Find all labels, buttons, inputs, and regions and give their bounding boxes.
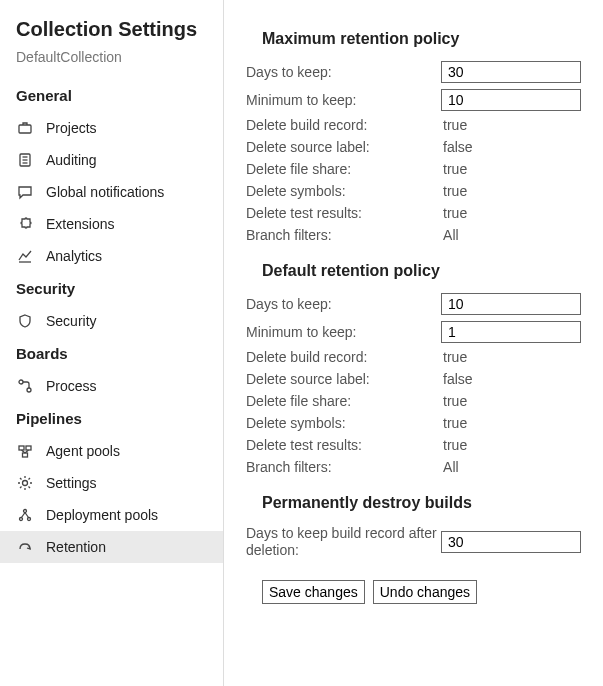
max-days-to-keep-input[interactable] <box>441 61 581 83</box>
sidebar-item-analytics[interactable]: Analytics <box>0 240 223 272</box>
form-label: Delete file share: <box>246 393 443 409</box>
form-label: Minimum to keep: <box>246 92 441 108</box>
group-header-pipelines: Pipelines <box>0 402 223 435</box>
list-icon <box>16 151 34 169</box>
section-title-default-retention: Default retention policy <box>246 246 581 290</box>
default-days-to-keep-input[interactable] <box>441 293 581 315</box>
max-delete-tests-row: Delete test results: true <box>246 202 581 224</box>
svg-point-16 <box>28 518 31 521</box>
retention-icon <box>16 538 34 556</box>
sidebar-item-label: Auditing <box>46 152 97 168</box>
sidebar-item-label: Extensions <box>46 216 114 232</box>
chart-icon <box>16 247 34 265</box>
form-label: Branch filters: <box>246 459 443 475</box>
form-value: true <box>443 183 581 199</box>
sidebar-item-label: Agent pools <box>46 443 120 459</box>
default-delete-tests-row: Delete test results: true <box>246 434 581 456</box>
sidebar-item-auditing[interactable]: Auditing <box>0 144 223 176</box>
form-label: Delete source label: <box>246 139 443 155</box>
form-value: false <box>443 371 581 387</box>
default-days-row: Days to keep: <box>246 290 581 318</box>
shield-icon <box>16 312 34 330</box>
form-label: Delete build record: <box>246 117 443 133</box>
group-header-boards: Boards <box>0 337 223 370</box>
form-label: Days to keep: <box>246 296 441 312</box>
max-delete-symbols-row: Delete symbols: true <box>246 180 581 202</box>
destroy-days-input[interactable] <box>441 531 581 553</box>
form-label: Days to keep build record after deletion… <box>246 525 441 559</box>
form-label: Delete source label: <box>246 371 443 387</box>
max-days-row: Days to keep: <box>246 58 581 86</box>
sidebar-item-label: Security <box>46 313 97 329</box>
sidebar-item-label: Retention <box>46 539 106 555</box>
destroy-days-row: Days to keep build record after deletion… <box>246 522 581 562</box>
max-branch-filters-row: Branch filters: All <box>246 224 581 246</box>
form-label: Days to keep: <box>246 64 441 80</box>
puzzle-icon <box>16 215 34 233</box>
main-content: Maximum retention policy Days to keep: M… <box>224 0 603 686</box>
page-title: Collection Settings <box>0 18 223 49</box>
sidebar-item-label: Analytics <box>46 248 102 264</box>
sidebar-item-agent-pools[interactable]: Agent pools <box>0 435 223 467</box>
svg-rect-9 <box>26 446 31 450</box>
sidebar-item-label: Projects <box>46 120 97 136</box>
process-icon <box>16 377 34 395</box>
form-value: true <box>443 117 581 133</box>
svg-line-18 <box>25 513 29 518</box>
svg-rect-0 <box>19 125 31 133</box>
max-min-row: Minimum to keep: <box>246 86 581 114</box>
section-title-destroy: Permanently destroy builds <box>246 478 581 522</box>
max-delete-fileshare-row: Delete file share: true <box>246 158 581 180</box>
group-header-security: Security <box>0 272 223 305</box>
sidebar-item-retention[interactable]: Retention <box>0 531 223 563</box>
default-delete-symbols-row: Delete symbols: true <box>246 412 581 434</box>
gear-icon <box>16 474 34 492</box>
max-minimum-to-keep-input[interactable] <box>441 89 581 111</box>
svg-line-17 <box>22 513 26 518</box>
max-delete-source-row: Delete source label: false <box>246 136 581 158</box>
collection-name: DefaultCollection <box>0 49 223 79</box>
form-label: Delete symbols: <box>246 183 443 199</box>
sidebar-item-security[interactable]: Security <box>0 305 223 337</box>
default-minimum-to-keep-input[interactable] <box>441 321 581 343</box>
default-branch-filters-row: Branch filters: All <box>246 456 581 478</box>
svg-point-7 <box>27 388 31 392</box>
form-label: Delete test results: <box>246 205 443 221</box>
sidebar: Collection Settings DefaultCollection Ge… <box>0 0 224 686</box>
form-value: true <box>443 437 581 453</box>
sidebar-item-projects[interactable]: Projects <box>0 112 223 144</box>
form-label: Delete build record: <box>246 349 443 365</box>
default-min-row: Minimum to keep: <box>246 318 581 346</box>
sidebar-item-label: Deployment pools <box>46 507 158 523</box>
undo-button[interactable]: Undo changes <box>373 580 477 604</box>
pools-icon <box>16 442 34 460</box>
form-value: false <box>443 139 581 155</box>
sidebar-item-label: Process <box>46 378 97 394</box>
sidebar-item-global-notifications[interactable]: Global notifications <box>0 176 223 208</box>
form-label: Delete test results: <box>246 437 443 453</box>
form-value: All <box>443 459 581 475</box>
form-label: Delete file share: <box>246 161 443 177</box>
svg-point-14 <box>24 510 27 513</box>
svg-point-15 <box>20 518 23 521</box>
chat-icon <box>16 183 34 201</box>
section-title-max-retention: Maximum retention policy <box>246 14 581 58</box>
sidebar-item-deployment-pools[interactable]: Deployment pools <box>0 499 223 531</box>
svg-point-6 <box>19 380 23 384</box>
form-value: true <box>443 393 581 409</box>
form-value: true <box>443 415 581 431</box>
save-button[interactable]: Save changes <box>262 580 365 604</box>
sidebar-item-process[interactable]: Process <box>0 370 223 402</box>
svg-rect-10 <box>23 453 28 457</box>
svg-rect-8 <box>19 446 24 450</box>
button-row: Save changes Undo changes <box>246 562 581 604</box>
form-label: Branch filters: <box>246 227 443 243</box>
deployment-icon <box>16 506 34 524</box>
form-value: All <box>443 227 581 243</box>
form-label: Delete symbols: <box>246 415 443 431</box>
form-value: true <box>443 161 581 177</box>
sidebar-item-settings[interactable]: Settings <box>0 467 223 499</box>
svg-point-13 <box>23 481 28 486</box>
sidebar-item-extensions[interactable]: Extensions <box>0 208 223 240</box>
form-value: true <box>443 205 581 221</box>
